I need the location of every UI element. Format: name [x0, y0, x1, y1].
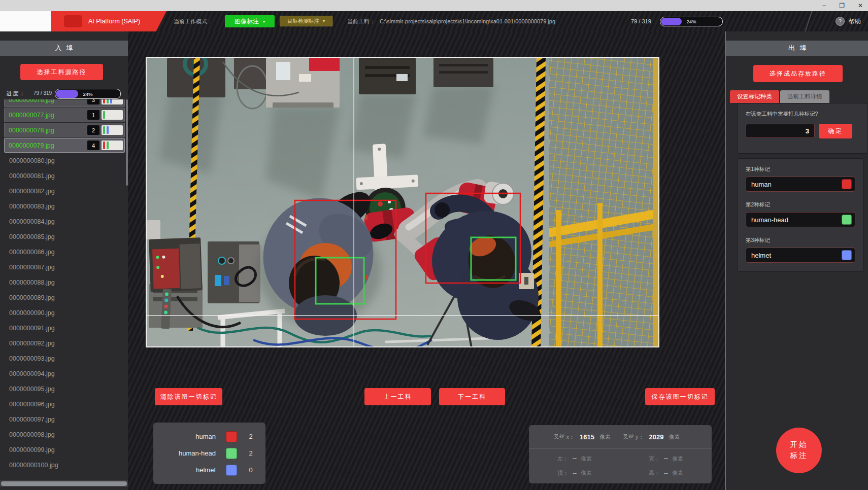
outlet-slot	[524, 277, 528, 285]
marker-group: 第3种标记helmet	[746, 237, 855, 263]
marker-name-input[interactable]: human-head	[746, 212, 855, 227]
progress-count: 79 / 319	[34, 90, 52, 96]
current-file-path: C:\simmir-projects\saip\projects\s1\inco…	[380, 11, 555, 31]
marker-color-swatch[interactable]	[842, 215, 852, 225]
input-port-title: 入埠	[0, 41, 128, 56]
file-list-item[interactable]: 00000000101.jpg	[4, 473, 125, 478]
annotation-count-badge: 4	[87, 141, 99, 150]
file-name: 0000000078.jpg	[5, 127, 54, 134]
file-list-item[interactable]: 0000000086.jpg	[4, 244, 125, 259]
box-height-value: --	[664, 470, 668, 477]
annotation-marks-preview	[102, 110, 123, 120]
box-width-value: --	[664, 455, 668, 462]
file-list-item[interactable]: 0000000080.jpg	[4, 153, 125, 168]
file-list-item[interactable]: 0000000099.jpg	[4, 442, 125, 457]
annotation-count-badge: 3	[87, 99, 99, 104]
file-list-item[interactable]: 0000000078.jpg2	[4, 123, 125, 137]
box-left-value: --	[573, 455, 577, 462]
annotation-marks-preview	[102, 141, 123, 150]
pixel-unit: 像素	[669, 433, 680, 441]
file-list-item[interactable]: 0000000076.jpg3	[4, 99, 125, 107]
file-list[interactable]: 0000000076.jpg30000000077.jpg10000000078…	[4, 99, 125, 478]
next-item-button[interactable]: 下一工料	[439, 388, 505, 405]
help-button[interactable]: ? 帮助	[836, 11, 861, 31]
select-source-path-button[interactable]: 选择工料源路径	[20, 64, 103, 80]
box-left-label: 左：	[557, 455, 569, 463]
current-file-label: 当前工料：	[347, 11, 375, 31]
file-list-item[interactable]: 0000000083.jpg	[4, 199, 125, 214]
window-minimize-button[interactable]: –	[822, 2, 826, 9]
window-close-button[interactable]: ✕	[858, 2, 863, 9]
brand-logo-icon	[64, 15, 82, 27]
box-width-label: 宽：	[649, 455, 660, 463]
file-list-item[interactable]: 0000000087.jpg	[4, 260, 125, 274]
clear-annotations-button[interactable]: 清除该图一切标记	[155, 388, 222, 405]
save-annotations-button[interactable]: 保存该图一切标记	[645, 388, 715, 405]
file-list-item[interactable]: 0000000089.jpg	[4, 290, 125, 305]
file-list-item[interactable]: 0000000091.jpg	[4, 321, 125, 335]
mark-bar	[103, 142, 105, 149]
legend-class-label: helmet	[196, 466, 216, 474]
detection-annotation-mode-dropdown[interactable]: 目标检测标注 ▾	[280, 16, 332, 26]
previous-item-button[interactable]: 上一工料	[364, 388, 431, 405]
marker-color-swatch[interactable]	[842, 179, 852, 189]
legend-count: 2	[247, 433, 254, 440]
class-count-input[interactable]	[746, 124, 815, 138]
file-list-item[interactable]: 0000000088.jpg	[4, 275, 125, 290]
file-list-item[interactable]: 0000000092.jpg	[4, 336, 125, 351]
mark-bar	[103, 99, 105, 103]
legend-color-swatch	[226, 448, 237, 459]
window-maximize-button[interactable]: ❐	[839, 2, 845, 9]
file-list-horizontal-scrollbar[interactable]	[0, 480, 128, 487]
marker-name-value: human-head	[751, 216, 842, 224]
chevron-down-icon: ▾	[263, 19, 265, 24]
file-list-item[interactable]: 0000000095.jpg	[4, 381, 125, 396]
crosshair-y-label: 叉丝 y：	[623, 433, 644, 441]
box-top-label: 顶：	[557, 469, 569, 477]
app-header: AI Platform (SAIP) 当前工作模式： 图像标注 ▾ 目标检测标注…	[0, 11, 868, 31]
class-legend-panel: human2human-head2helmet0	[153, 423, 265, 484]
pixel-unit: 像素	[581, 455, 592, 463]
file-list-item[interactable]: 0000000094.jpg	[4, 366, 125, 381]
file-list-item[interactable]: 0000000082.jpg	[4, 184, 125, 198]
file-list-item[interactable]: 0000000084.jpg	[4, 214, 125, 229]
wall-shelf	[147, 220, 160, 239]
file-list-item[interactable]: 00000000100.jpg	[4, 458, 125, 472]
file-list-item[interactable]: 0000000090.jpg	[4, 305, 125, 320]
scrollbar-thumb[interactable]	[1, 481, 127, 486]
annotation-count-badge: 1	[87, 110, 99, 120]
logo-area	[0, 11, 51, 31]
workshop-photo	[147, 58, 658, 346]
file-list-item[interactable]: 0000000085.jpg	[4, 229, 125, 244]
legend-row: helmet0	[153, 465, 265, 476]
file-list-item[interactable]: 0000000096.jpg	[4, 397, 125, 411]
file-list-item[interactable]: 0000000093.jpg	[4, 351, 125, 366]
marker-name-input[interactable]: human	[746, 177, 855, 192]
progress-percent: 24%	[660, 17, 722, 26]
marker-name-input[interactable]: helmet	[746, 248, 855, 263]
select-output-path-button[interactable]: 选择成品存放路径	[753, 65, 843, 82]
annotation-image-canvas[interactable]	[146, 57, 659, 347]
tab-set-marker-classes[interactable]: 设置标记种类	[730, 90, 779, 103]
legend-color-swatch	[226, 465, 237, 476]
file-list-item[interactable]: 0000000081.jpg	[4, 168, 125, 183]
pixel-unit: 像素	[581, 469, 592, 477]
output-port-title: 出埠	[726, 41, 868, 56]
annotation-marks-preview	[102, 125, 123, 135]
output-port-sidebar: 出埠 选择成品存放路径 设置标记种类当前工料详情 在该套工料中需要打几种标记? …	[725, 31, 868, 490]
file-list-item[interactable]: 0000000077.jpg1	[4, 108, 125, 122]
image-annotation-mode-dropdown[interactable]: 图像标注 ▾	[225, 15, 275, 27]
file-list-item[interactable]: 0000000098.jpg	[4, 427, 125, 442]
coordinates-panel: 叉丝 x： 1615 像素 叉丝 y： 2029 像素 左： -- 像素 宽： …	[529, 425, 712, 483]
mark-bar	[110, 99, 112, 103]
sidebar-progress: 进度： 79 / 319 24%	[0, 88, 128, 98]
file-list-item[interactable]: 0000000097.jpg	[4, 412, 125, 427]
file-list-item[interactable]: 0000000079.jpg4	[4, 138, 125, 153]
marker-color-swatch[interactable]	[842, 250, 852, 260]
mark-bar	[107, 126, 109, 134]
brand-banner: AI Platform (SAIP)	[51, 11, 166, 31]
tab-current-item-details[interactable]: 当前工料详情	[780, 90, 829, 103]
confirm-button[interactable]: 确定	[819, 124, 852, 138]
start-annotation-button[interactable]: 开始 标注	[776, 428, 822, 473]
work-mode-label: 当前工作模式：	[174, 11, 213, 31]
